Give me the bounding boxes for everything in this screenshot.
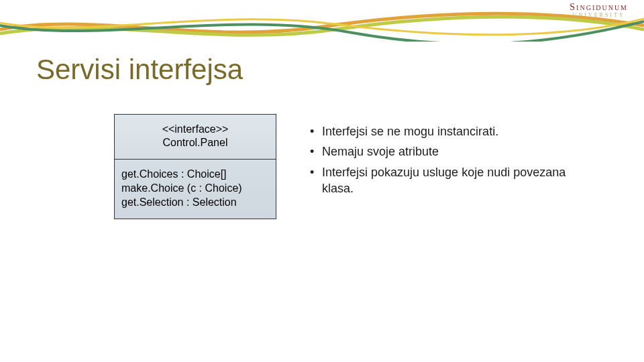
uml-interface-box: <<interface>> Control.Panel get.Choices …	[114, 114, 276, 219]
page-title: Servisi interfejsa	[36, 54, 243, 86]
list-item: Interfejsi se ne mogu instancirati.	[313, 123, 594, 139]
uml-header: <<interface>> Control.Panel	[115, 115, 276, 160]
brand-logo: Singidunum University	[570, 3, 628, 18]
content-area: <<interface>> Control.Panel get.Choices …	[0, 114, 644, 219]
list-item: Interfejsi pokazuju usluge koje nudi pov…	[313, 164, 594, 197]
brand-name: Singidunum	[570, 3, 628, 13]
brand-subtitle: University	[570, 13, 628, 18]
uml-operations: get.Choices : Choice[] make.Choice (c : …	[115, 160, 276, 219]
uml-stereotype: <<interface>>	[120, 123, 270, 136]
uml-classname: Control.Panel	[120, 136, 270, 149]
list-item: Nemaju svoje atribute	[313, 143, 594, 160]
bullet-list: Interfejsi se ne mogu instancirati. Nema…	[299, 123, 594, 200]
header-waves	[0, 9, 644, 42]
